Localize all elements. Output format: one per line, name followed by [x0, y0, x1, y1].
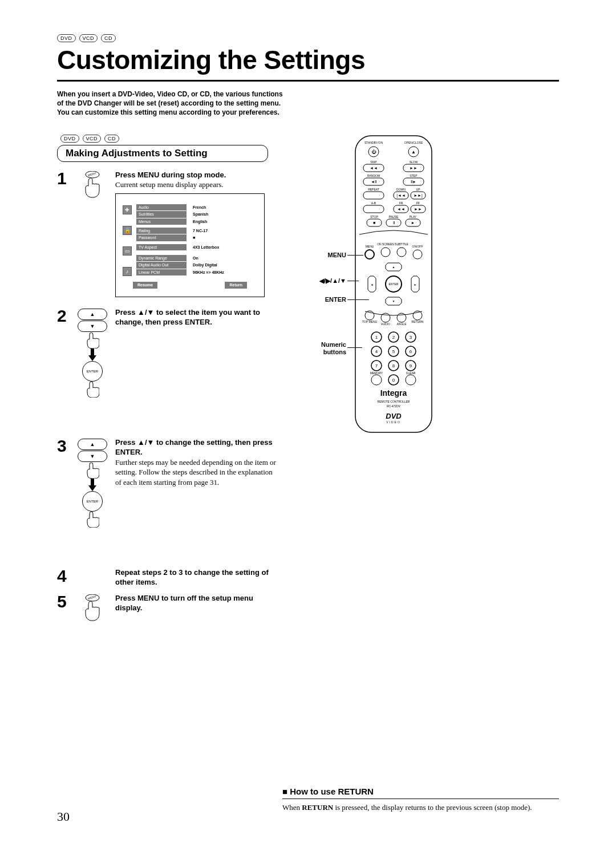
svg-text:FR: FR	[399, 201, 403, 205]
setup-menu-screenshot: ✚ 🔒 ▭ ♪ Audio Subtitles Menus French	[115, 193, 265, 297]
menu-menus: Menus	[136, 218, 187, 225]
enter-button-icon: ENTER	[82, 361, 103, 382]
step-3-number: 3	[57, 437, 70, 528]
setup-resume: Resume	[133, 282, 157, 288]
svg-text:RANDOM: RANDOM	[367, 174, 380, 177]
up-button-icon: ▲	[78, 309, 107, 320]
svg-text:DOWN: DOWN	[396, 188, 406, 191]
svg-text:ENTER: ENTER	[389, 282, 399, 286]
hand-icon	[86, 333, 99, 348]
label-arrows: ◀/▶/▲/▼	[318, 277, 346, 285]
step-1-plain: Current setup menu display appears.	[115, 180, 277, 190]
enter-button-icon-2: ENTER	[82, 491, 103, 512]
svg-text:MENU: MENU	[87, 171, 96, 177]
svg-text:ON SCREEN: ON SCREEN	[377, 242, 394, 246]
svg-text:►►: ►►	[414, 207, 422, 211]
val-on: On	[193, 255, 224, 261]
svg-text:SUBTITLE: SUBTITLE	[395, 242, 409, 246]
step-1: 1 MENU Press MENU during stop mode. Curr…	[57, 170, 277, 297]
menu-tvaspect: TV Aspect	[136, 244, 187, 250]
svg-text:ON/OFF: ON/OFF	[412, 245, 423, 248]
press-menu-icon: MENU	[80, 171, 104, 200]
page-title: Customizing the Settings	[57, 44, 559, 75]
svg-text:REMOTE CONTROLLER: REMOTE CONTROLLER	[378, 400, 410, 403]
disc-tags-top: DVD VCD CD	[57, 34, 559, 42]
svg-text:3: 3	[410, 335, 412, 340]
lang-icon: ✚	[123, 205, 132, 214]
svg-text:UP: UP	[416, 188, 421, 191]
svg-text:◄◄: ◄◄	[370, 166, 378, 170]
svg-text:RETURN: RETURN	[412, 320, 424, 323]
svg-text:AUDIO: AUDIO	[381, 322, 390, 326]
lead-line-menu	[347, 255, 363, 256]
svg-text:TOP MENU: TOP MENU	[362, 320, 378, 323]
cd-tag-2: CD	[104, 135, 119, 143]
svg-text:MEMORY: MEMORY	[370, 371, 383, 375]
step-4-bold: Repeat steps 2 to 3 to change the settin…	[115, 568, 277, 587]
lead-line-arrows	[347, 281, 359, 281]
svg-text:►►|: ►►|	[414, 193, 423, 198]
val-letterbox: 4X3 Letterbox	[193, 244, 219, 250]
tv-icon: ▭	[123, 246, 132, 256]
step-4: 4 Repeat steps 2 to 3 to change the sett…	[57, 568, 277, 587]
val-pw: ■	[193, 234, 208, 241]
remote-diagram: MENU ◀/▶/▲/▼ ENTER Numeric buttons STAND…	[351, 135, 436, 439]
svg-text:⏻: ⏻	[371, 149, 376, 155]
svg-text:Integra: Integra	[380, 388, 407, 398]
step-2-bold: Press ▲/▼ to select the item you want to…	[115, 307, 277, 327]
svg-text:SKIP: SKIP	[370, 160, 377, 164]
vcd-tag: VCD	[79, 34, 98, 42]
menu-subtitles: Subtitles	[136, 211, 187, 217]
menu-rating: Rating	[136, 228, 187, 234]
svg-text:4: 4	[375, 349, 378, 354]
svg-text:MENU: MENU	[87, 594, 96, 600]
svg-text:|◄◄: |◄◄	[396, 193, 406, 198]
svg-text:2: 2	[392, 335, 395, 340]
hand-icon-2	[86, 382, 99, 398]
howto-title-text: How to use RETURN	[290, 787, 374, 796]
step-2-number: 2	[57, 307, 70, 398]
howto-rule	[282, 799, 559, 799]
step-1-number: 1	[57, 170, 70, 297]
svg-text:◄◄: ◄◄	[397, 207, 405, 211]
svg-text:1: 1	[375, 335, 378, 340]
svg-text:6: 6	[410, 349, 412, 354]
menu-audio: Audio	[136, 204, 187, 210]
howto-body: When RETURN is presseed, the display ret…	[282, 803, 559, 813]
cd-tag: CD	[101, 34, 116, 42]
menu-digaudio: Digital Audio Out	[136, 262, 187, 268]
intro-text: When you insert a DVD-Video, Video CD, o…	[57, 90, 285, 117]
svg-text:9: 9	[410, 363, 412, 368]
svg-text:A-B: A-B	[371, 201, 376, 205]
title-rule	[57, 80, 559, 82]
audio-icon: ♪	[123, 267, 132, 276]
step-4-number: 4	[57, 568, 70, 587]
svg-text:▲: ▲	[392, 265, 395, 269]
menu-password: Password	[136, 234, 187, 241]
remote-svg: STANDBY/ON ⏻ OPEN/CLOSE ▲ SKIP◄◄ SLOW►► …	[351, 135, 436, 437]
svg-text:◄: ◄	[371, 283, 374, 286]
svg-text:SLOW: SLOW	[410, 160, 418, 164]
hand-icon-4	[86, 512, 99, 528]
svg-text:◄Ⅱ: ◄Ⅱ	[371, 180, 376, 184]
svg-text:DVD: DVD	[386, 412, 402, 420]
val-french: French	[193, 204, 208, 210]
svg-text:ANGLE: ANGLE	[397, 322, 407, 326]
svg-text:STEP: STEP	[410, 174, 418, 177]
dvd-tag-2: DVD	[60, 135, 79, 143]
svg-text:PLAY: PLAY	[410, 215, 417, 218]
page-number: 30	[57, 809, 70, 824]
svg-text:CLEAR: CLEAR	[406, 371, 416, 375]
dvd-tag: DVD	[57, 34, 76, 42]
label-numeric: Numeric buttons	[312, 341, 346, 356]
svg-text:Ⅱ: Ⅱ	[393, 221, 395, 225]
svg-text:7: 7	[375, 363, 378, 368]
svg-text:5: 5	[392, 349, 395, 354]
svg-text:►►: ►►	[410, 166, 418, 170]
disc-tags-sub: DVD VCD CD	[60, 135, 277, 143]
hand-icon-3	[86, 463, 99, 479]
val-nc17: 7 NC-17	[193, 228, 208, 234]
svg-text:0: 0	[392, 378, 395, 383]
svg-text:■: ■	[373, 221, 375, 225]
val-spanish: Spanish	[193, 211, 208, 217]
